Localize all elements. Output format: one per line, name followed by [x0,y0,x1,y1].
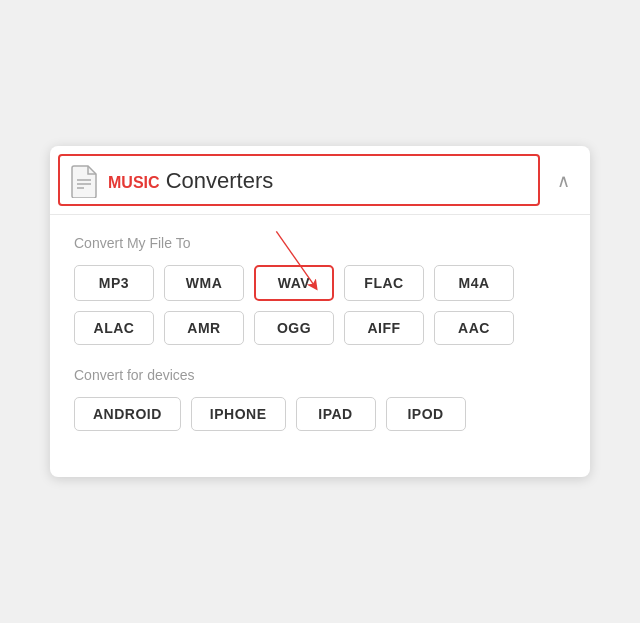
format-btn-amr[interactable]: AMR [164,311,244,345]
collapse-button[interactable]: ∧ [557,170,570,192]
devices-grid: ANDROID IPHONE IPAD IPOD [74,397,566,431]
device-btn-ipod[interactable]: IPOD [386,397,466,431]
format-btn-aac[interactable]: AAC [434,311,514,345]
card-header: MUSIC Converters ∧ [50,146,590,215]
format-btn-alac[interactable]: ALAC [74,311,154,345]
convert-devices-label: Convert for devices [74,367,566,383]
music-label: MUSIC [108,174,160,191]
convert-devices-section: Convert for devices ANDROID IPHONE IPAD … [74,367,566,431]
format-grid: MP3 WMA WAV FLAC M4A ALAC AMR OGG AIFF A… [74,265,566,345]
file-icon [70,164,98,198]
format-btn-m4a[interactable]: M4A [434,265,514,301]
music-converters-card: MUSIC Converters ∧ Convert My File To MP… [50,146,590,477]
convert-file-section: Convert My File To MP3 WMA WAV FLAC M4A … [74,235,566,345]
device-btn-ipad[interactable]: IPAD [296,397,376,431]
converters-label: Converters [160,168,274,193]
device-btn-android[interactable]: ANDROID [74,397,181,431]
convert-file-label: Convert My File To [74,235,566,251]
format-btn-aiff[interactable]: AIFF [344,311,424,345]
format-btn-flac[interactable]: FLAC [344,265,424,301]
card-body: Convert My File To MP3 WMA WAV FLAC M4A … [50,215,590,477]
format-btn-mp3[interactable]: MP3 [74,265,154,301]
device-btn-iphone[interactable]: IPHONE [191,397,286,431]
format-btn-wav[interactable]: WAV [254,265,334,301]
header-left: MUSIC Converters [70,164,273,198]
header-title: MUSIC Converters [108,168,273,194]
format-btn-ogg[interactable]: OGG [254,311,334,345]
format-btn-wma[interactable]: WMA [164,265,244,301]
